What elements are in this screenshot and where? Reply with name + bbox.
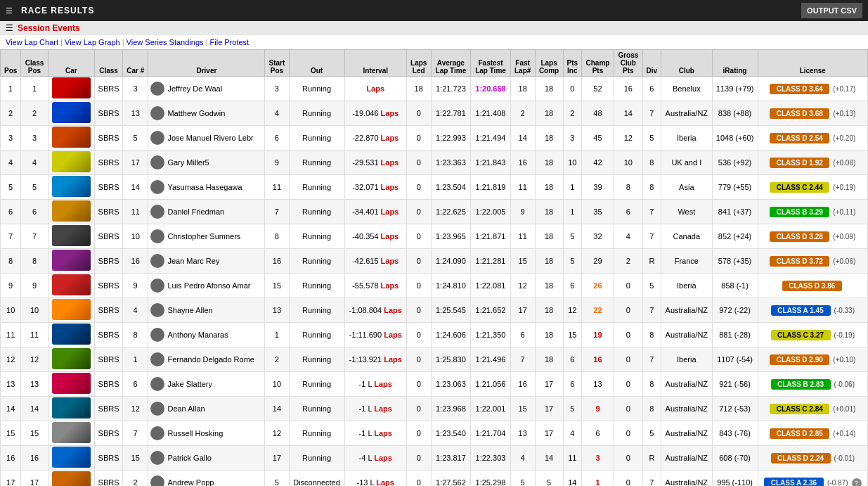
nav-lap-chart[interactable]: View Lap Chart: [6, 38, 58, 46]
cell-class: SBRS: [95, 471, 123, 486]
cell-car-num: 15: [122, 446, 148, 471]
cell-driver: Jeffrey De Waal: [148, 77, 265, 101]
table-row: 12 12 SBRS 1 Fernando Delgado Rome 2 Run…: [1, 347, 868, 372]
cell-fast-lap: 1:22.001: [471, 397, 511, 421]
cell-start-pos: 12: [265, 421, 289, 446]
driver-name: Russell Hosking: [167, 429, 223, 437]
col-car-num: Car #: [122, 50, 148, 77]
cell-irating: 608 (-70): [712, 446, 758, 471]
cell-class-pos: 12: [21, 347, 48, 372]
cell-car: [48, 347, 95, 372]
cell-avg-lap: 1:23.540: [431, 421, 471, 446]
cell-fast-lap-num: 2: [510, 101, 535, 126]
cell-class-pos: 17: [21, 471, 48, 486]
laps-indicator: Laps: [374, 380, 392, 388]
cell-irating: 536 (+92): [712, 151, 758, 175]
cell-license: CLASS D 3.64 (+0.17): [758, 77, 867, 101]
cell-license: CLASS C 3.27 (-0.19): [758, 323, 867, 347]
driver-name: Jake Slattery: [167, 380, 212, 388]
driver-name: Jean Marc Rey: [167, 257, 219, 265]
nav-file-protest[interactable]: File Protest: [210, 38, 250, 46]
cell-laps-comp: 18: [535, 224, 563, 249]
license-delta: (+0.13): [833, 110, 855, 117]
cell-avg-lap: 1:22.993: [431, 126, 471, 151]
cell-laps-led: 0: [406, 397, 431, 421]
cell-car: [48, 249, 95, 274]
nav-series-standings[interactable]: View Series Standings: [127, 38, 204, 46]
nav-lap-graph[interactable]: View Lap Graph: [65, 38, 120, 46]
cell-club: Australia/NZ: [661, 471, 713, 486]
cell-class: SBRS: [95, 175, 123, 200]
cell-class: SBRS: [95, 126, 123, 151]
cell-driver: Dean Allan: [148, 397, 265, 421]
laps-indicator: Laps: [381, 134, 399, 142]
cell-pts-inc: 6: [563, 372, 581, 397]
cell-class: SBRS: [95, 397, 123, 421]
cell-club: Australia/NZ: [661, 397, 713, 421]
cell-laps-comp: 14: [535, 446, 563, 471]
table-row: 15 15 SBRS 7 Russell Hosking 12 Running …: [1, 421, 868, 446]
output-csv-button[interactable]: OUTPUT CSV: [801, 3, 862, 18]
cell-div: 8: [642, 175, 661, 200]
table-row: 5 5 SBRS 14 Yasumasa Hasegawa 11 Running…: [1, 175, 868, 200]
col-irating: iRating: [712, 50, 758, 77]
driver-name: Anthony Manaras: [167, 331, 228, 339]
cell-club-pts: 0: [614, 446, 643, 471]
cell-div: 8: [642, 372, 661, 397]
cell-interval: -55.578 Laps: [344, 274, 406, 298]
cell-class-pos: 3: [21, 126, 48, 151]
cell-club: Australia/NZ: [661, 446, 713, 471]
cell-fast-lap-num: 14: [510, 126, 535, 151]
cell-avg-lap: 1:23.817: [431, 446, 471, 471]
cell-start-pos: 1: [265, 323, 289, 347]
cell-car: [48, 126, 95, 151]
cell-pos: 16: [1, 446, 21, 471]
laps-indicator: Laps: [384, 306, 402, 314]
cell-fast-lap: 1:22.005: [471, 200, 511, 224]
cell-irating: 578 (+35): [712, 249, 758, 274]
cell-irating: 921 (-56): [712, 372, 758, 397]
cell-license: CLASS D 2.24 (-0.01): [758, 446, 867, 471]
cell-champ-pts: 39: [581, 175, 614, 200]
license-badge: CLASS A 2.36: [764, 478, 824, 486]
cell-start-pos: 14: [265, 397, 289, 421]
cell-driver: Andrew Popp: [148, 471, 265, 486]
question-mark-icon[interactable]: ?: [852, 478, 862, 486]
cell-laps-comp: 17: [535, 397, 563, 421]
cell-champ-pts: 16: [581, 347, 614, 372]
cell-class-pos: 13: [21, 372, 48, 397]
license-badge: CLASS C 2.84: [770, 404, 829, 414]
cell-club: Australia/NZ: [661, 101, 713, 126]
cell-champ-pts: 29: [581, 249, 614, 274]
cell-pts-inc: 3: [563, 126, 581, 151]
license-badge: CLASS A 1.45: [771, 305, 831, 316]
cell-car-num: 9: [122, 274, 148, 298]
cell-club: Iberia: [661, 126, 713, 151]
cell-pos: 15: [1, 421, 21, 446]
cell-license: CLASS A 2.36 (-0.87) ?: [758, 471, 867, 486]
cell-pts-inc: 6: [563, 347, 581, 372]
cell-div: 5: [642, 421, 661, 446]
cell-pos: 14: [1, 397, 21, 421]
cell-champ-pts: 9: [581, 397, 614, 421]
cell-laps-comp: 18: [535, 298, 563, 323]
cell-out: Running: [289, 274, 344, 298]
session-events-label[interactable]: Session Events: [18, 23, 80, 33]
cell-club-pts: 4: [614, 224, 643, 249]
cell-laps-led: 0: [406, 175, 431, 200]
cell-laps-led: 0: [406, 200, 431, 224]
cell-club-pts: 0: [614, 397, 643, 421]
cell-pos: 7: [1, 224, 21, 249]
license-delta: (-0.33): [834, 307, 855, 314]
cell-fast-lap-num: 18: [510, 77, 535, 101]
license-delta: (+0.06): [833, 257, 855, 265]
driver-name: Fernando Delgado Rome: [167, 355, 254, 364]
cell-club-pts: 8: [614, 175, 643, 200]
cell-irating: 858 (-1): [712, 274, 758, 298]
laps-indicator: Laps: [381, 183, 399, 191]
cell-irating: 712 (-53): [712, 397, 758, 421]
cell-club: Asia: [661, 175, 713, 200]
driver-name: Shayne Allen: [167, 306, 212, 314]
cell-champ-pts: 48: [581, 101, 614, 126]
cell-interval: -22.870 Laps: [344, 126, 406, 151]
